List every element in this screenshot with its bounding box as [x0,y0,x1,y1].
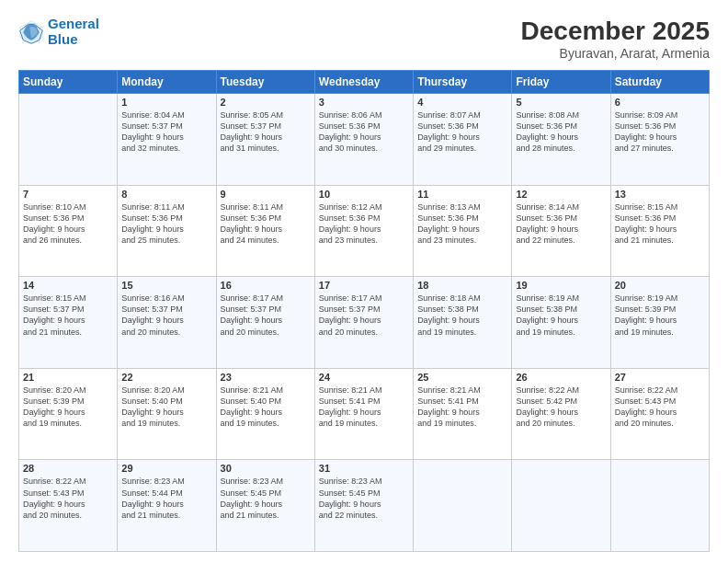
day-number: 5 [516,97,606,108]
day-info: Sunrise: 8:18 AM Sunset: 5:38 PM Dayligh… [417,293,507,338]
calendar-cell: 31Sunrise: 8:23 AM Sunset: 5:45 PM Dayli… [314,460,413,552]
day-info: Sunrise: 8:09 AM Sunset: 5:36 PM Dayligh… [615,109,705,155]
day-number: 22 [121,372,211,383]
day-number: 29 [121,463,211,474]
day-info: Sunrise: 8:22 AM Sunset: 5:43 PM Dayligh… [23,476,113,521]
calendar-cell: 9Sunrise: 8:11 AM Sunset: 5:36 PM Daylig… [216,185,314,277]
day-number: 28 [23,463,113,474]
day-info: Sunrise: 8:21 AM Sunset: 5:41 PM Dayligh… [417,385,507,430]
calendar-cell: 13Sunrise: 8:15 AM Sunset: 5:36 PM Dayli… [610,185,709,277]
day-number: 7 [23,189,113,200]
day-number: 1 [121,97,211,108]
day-number: 10 [319,189,409,200]
day-info: Sunrise: 8:13 AM Sunset: 5:36 PM Dayligh… [417,201,507,247]
calendar-header-friday: Friday [512,71,610,94]
calendar-cell: 17Sunrise: 8:17 AM Sunset: 5:37 PM Dayli… [314,277,413,369]
day-info: Sunrise: 8:04 AM Sunset: 5:37 PM Dayligh… [121,109,211,155]
day-info: Sunrise: 8:10 AM Sunset: 5:36 PM Dayligh… [23,201,113,247]
header: General Blue December 2025 Byuravan, Ara… [18,17,710,61]
day-info: Sunrise: 8:22 AM Sunset: 5:42 PM Dayligh… [516,385,606,430]
day-info: Sunrise: 8:14 AM Sunset: 5:36 PM Dayligh… [516,201,606,247]
day-info: Sunrise: 8:21 AM Sunset: 5:40 PM Dayligh… [221,385,311,430]
day-number: 17 [319,280,409,291]
day-number: 27 [615,372,705,383]
calendar-week-row: 1Sunrise: 8:04 AM Sunset: 5:37 PM Daylig… [19,94,710,186]
day-number: 2 [221,97,311,108]
calendar-cell: 21Sunrise: 8:20 AM Sunset: 5:39 PM Dayli… [19,368,118,460]
calendar-cell: 2Sunrise: 8:05 AM Sunset: 5:37 PM Daylig… [216,94,314,186]
calendar-header-row: SundayMondayTuesdayWednesdayThursdayFrid… [19,71,710,94]
day-number: 4 [417,97,507,108]
day-number: 24 [319,372,409,383]
calendar-week-row: 7Sunrise: 8:10 AM Sunset: 5:36 PM Daylig… [19,185,710,277]
calendar-cell: 1Sunrise: 8:04 AM Sunset: 5:37 PM Daylig… [118,94,216,186]
day-number: 11 [417,189,507,200]
calendar-cell [414,460,512,552]
calendar-cell: 11Sunrise: 8:13 AM Sunset: 5:36 PM Dayli… [414,185,512,277]
day-info: Sunrise: 8:15 AM Sunset: 5:36 PM Dayligh… [615,201,705,247]
day-number: 12 [516,189,606,200]
day-number: 6 [615,97,705,108]
day-number: 18 [417,280,507,291]
calendar-cell: 25Sunrise: 8:21 AM Sunset: 5:41 PM Dayli… [414,368,512,460]
logo: General Blue [18,17,99,47]
day-info: Sunrise: 8:19 AM Sunset: 5:39 PM Dayligh… [615,293,705,338]
calendar-cell: 10Sunrise: 8:12 AM Sunset: 5:36 PM Dayli… [314,185,413,277]
day-info: Sunrise: 8:19 AM Sunset: 5:38 PM Dayligh… [516,293,606,338]
day-number: 8 [121,189,211,200]
calendar-header-wednesday: Wednesday [314,71,413,94]
calendar-cell [610,460,709,552]
day-number: 23 [221,372,311,383]
day-info: Sunrise: 8:23 AM Sunset: 5:44 PM Dayligh… [121,476,211,521]
calendar-cell [512,460,610,552]
calendar-cell: 14Sunrise: 8:15 AM Sunset: 5:37 PM Dayli… [19,277,118,369]
day-info: Sunrise: 8:21 AM Sunset: 5:41 PM Dayligh… [319,385,409,430]
calendar-header-tuesday: Tuesday [216,71,314,94]
day-number: 13 [615,189,705,200]
page: General Blue December 2025 Byuravan, Ara… [0,0,728,563]
calendar-cell: 18Sunrise: 8:18 AM Sunset: 5:38 PM Dayli… [414,277,512,369]
day-info: Sunrise: 8:20 AM Sunset: 5:39 PM Dayligh… [23,385,113,430]
calendar-cell: 26Sunrise: 8:22 AM Sunset: 5:42 PM Dayli… [512,368,610,460]
calendar-table: SundayMondayTuesdayWednesdayThursdayFrid… [18,70,710,552]
day-info: Sunrise: 8:07 AM Sunset: 5:36 PM Dayligh… [417,109,507,155]
calendar-cell: 6Sunrise: 8:09 AM Sunset: 5:36 PM Daylig… [610,94,709,186]
logo-line1: General [48,17,99,32]
calendar-cell: 27Sunrise: 8:22 AM Sunset: 5:43 PM Dayli… [610,368,709,460]
calendar-cell: 12Sunrise: 8:14 AM Sunset: 5:36 PM Dayli… [512,185,610,277]
calendar-header-sunday: Sunday [19,71,118,94]
logo-line2: Blue [48,32,99,48]
day-info: Sunrise: 8:12 AM Sunset: 5:36 PM Dayligh… [319,201,409,247]
calendar-cell: 8Sunrise: 8:11 AM Sunset: 5:36 PM Daylig… [118,185,216,277]
day-info: Sunrise: 8:17 AM Sunset: 5:37 PM Dayligh… [221,293,311,338]
day-info: Sunrise: 8:11 AM Sunset: 5:36 PM Dayligh… [121,201,211,247]
calendar-cell: 29Sunrise: 8:23 AM Sunset: 5:44 PM Dayli… [118,460,216,552]
day-number: 21 [23,372,113,383]
calendar-cell: 3Sunrise: 8:06 AM Sunset: 5:36 PM Daylig… [314,94,413,186]
day-number: 9 [221,189,311,200]
logo-text: General Blue [48,17,99,47]
day-number: 16 [221,280,311,291]
day-info: Sunrise: 8:05 AM Sunset: 5:37 PM Dayligh… [221,109,311,155]
calendar-cell: 28Sunrise: 8:22 AM Sunset: 5:43 PM Dayli… [19,460,118,552]
calendar-cell: 15Sunrise: 8:16 AM Sunset: 5:37 PM Dayli… [118,277,216,369]
day-number: 19 [516,280,606,291]
calendar-header-thursday: Thursday [414,71,512,94]
calendar-week-row: 28Sunrise: 8:22 AM Sunset: 5:43 PM Dayli… [19,460,710,552]
day-number: 15 [121,280,211,291]
day-info: Sunrise: 8:16 AM Sunset: 5:37 PM Dayligh… [121,293,211,338]
title-block: December 2025 Byuravan, Ararat, Armenia [521,17,710,61]
day-info: Sunrise: 8:23 AM Sunset: 5:45 PM Dayligh… [221,476,311,521]
subtitle: Byuravan, Ararat, Armenia [521,46,710,61]
day-number: 26 [516,372,606,383]
day-info: Sunrise: 8:08 AM Sunset: 5:36 PM Dayligh… [516,109,606,155]
day-number: 25 [417,372,507,383]
day-number: 14 [23,280,113,291]
calendar-cell: 7Sunrise: 8:10 AM Sunset: 5:36 PM Daylig… [19,185,118,277]
day-info: Sunrise: 8:11 AM Sunset: 5:36 PM Dayligh… [221,201,311,247]
calendar-cell [19,94,118,186]
day-info: Sunrise: 8:23 AM Sunset: 5:45 PM Dayligh… [319,476,409,521]
logo-icon [18,19,44,45]
day-info: Sunrise: 8:17 AM Sunset: 5:37 PM Dayligh… [319,293,409,338]
calendar-cell: 5Sunrise: 8:08 AM Sunset: 5:36 PM Daylig… [512,94,610,186]
